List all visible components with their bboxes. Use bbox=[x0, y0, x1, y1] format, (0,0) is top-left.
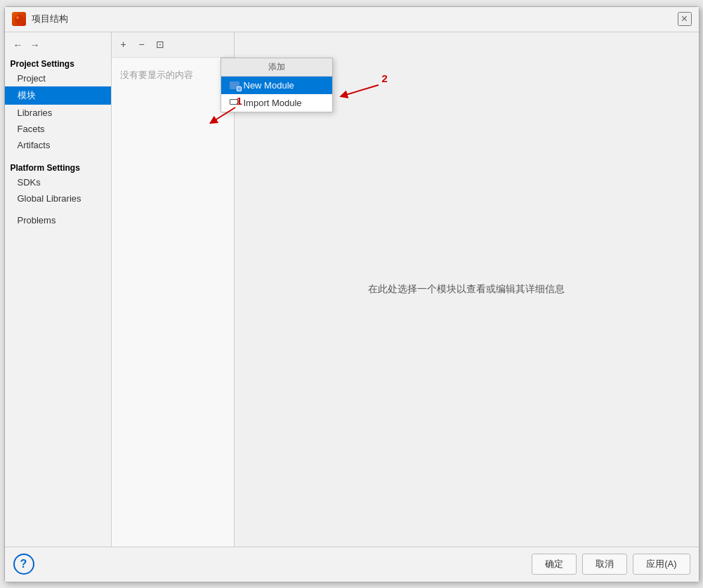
sidebar-item-artifacts[interactable]: Artifacts bbox=[5, 137, 111, 153]
svg-point-0 bbox=[15, 15, 23, 23]
bottom-bar: ? 确定 取消 应用(A) bbox=[5, 547, 699, 582]
dropdown-item-new-module[interactable]: New Module bbox=[221, 77, 332, 94]
panel-area: + − ⊡ 没有要显示的内容 添加 New Module bbox=[112, 32, 699, 547]
import-icon bbox=[230, 99, 239, 107]
dropdown-menu: 添加 New Module Import Module bbox=[221, 58, 333, 112]
cancel-button[interactable]: 取消 bbox=[582, 554, 627, 575]
sidebar-item-module[interactable]: 模块 bbox=[5, 86, 111, 105]
platform-settings-title: Platform Settings bbox=[5, 159, 111, 174]
sidebar-item-sdks[interactable]: SDKs bbox=[5, 174, 111, 190]
module-icon bbox=[230, 81, 239, 89]
new-module-label: New Module bbox=[244, 80, 294, 91]
ok-button[interactable]: 确定 bbox=[532, 554, 577, 575]
sidebar-item-libraries[interactable]: Libraries bbox=[5, 105, 111, 121]
module-panel: + − ⊡ 没有要显示的内容 bbox=[112, 32, 235, 547]
project-settings-title: Project Settings bbox=[5, 55, 111, 70]
main-window: 项目结构 × ← → Project Settings Project 模块 L… bbox=[4, 6, 699, 582]
module-link: 模块 bbox=[437, 283, 456, 294]
svg-point-1 bbox=[16, 16, 19, 19]
import-module-label: Import Module bbox=[244, 98, 302, 108]
sidebar-divider-2 bbox=[5, 207, 111, 212]
window-title: 项目结构 bbox=[32, 13, 678, 25]
main-content: ← → Project Settings Project 模块 Librarie… bbox=[5, 32, 699, 547]
sidebar: ← → Project Settings Project 模块 Librarie… bbox=[5, 32, 112, 547]
title-bar: 项目结构 × bbox=[5, 7, 699, 32]
forward-button[interactable]: → bbox=[27, 38, 43, 52]
detail-text: 在此处选择一个模块以查看或编辑其详细信息 bbox=[368, 283, 565, 296]
dropdown-item-import-module[interactable]: Import Module bbox=[221, 94, 332, 112]
app-icon bbox=[12, 12, 26, 26]
sidebar-item-project[interactable]: Project bbox=[5, 70, 111, 86]
add-button[interactable]: + bbox=[116, 37, 131, 52]
back-button[interactable]: ← bbox=[11, 38, 26, 52]
help-button[interactable]: ? bbox=[13, 554, 34, 575]
sidebar-item-facets[interactable]: Facets bbox=[5, 121, 111, 137]
close-button[interactable]: × bbox=[678, 12, 692, 26]
sidebar-divider bbox=[5, 153, 111, 159]
remove-button[interactable]: − bbox=[134, 37, 150, 52]
module-empty-text: 没有要显示的内容 bbox=[112, 58, 234, 547]
copy-button[interactable]: ⊡ bbox=[152, 37, 168, 52]
dropdown-header: 添加 bbox=[221, 58, 332, 77]
sidebar-item-problems[interactable]: Problems bbox=[5, 212, 111, 228]
apply-button[interactable]: 应用(A) bbox=[633, 554, 690, 575]
module-toolbar: + − ⊡ bbox=[112, 32, 234, 58]
sidebar-item-global-libraries[interactable]: Global Libraries bbox=[5, 190, 111, 207]
nav-buttons: ← → bbox=[5, 35, 111, 55]
